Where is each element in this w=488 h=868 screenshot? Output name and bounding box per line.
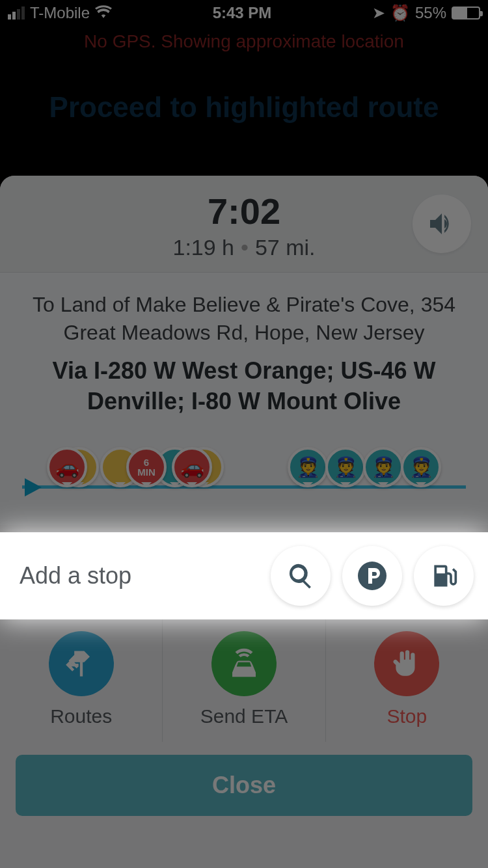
search-stop-button[interactable] [271,546,331,606]
dim-overlay[interactable] [0,0,488,868]
add-stop-label: Add a stop [20,562,131,590]
gas-icon [429,562,458,590]
gas-stop-button[interactable] [414,546,474,606]
parking-stop-button[interactable] [342,546,402,606]
search-icon [286,562,315,590]
add-stop-row: Add a stop [0,532,488,619]
parking-icon [357,560,388,591]
